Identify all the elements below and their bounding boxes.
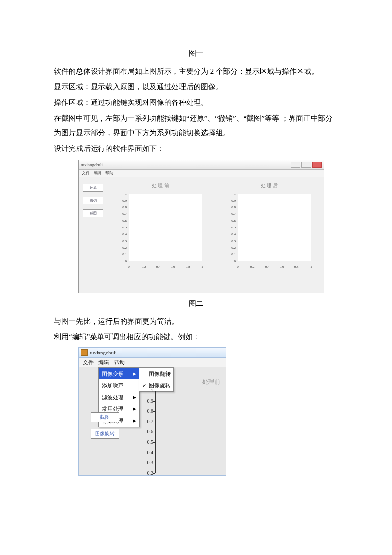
paragraph-2: 显示区域：显示载入原图，以及通过处理后的图像。 — [54, 79, 338, 94]
y-tick-label: 0.9 — [141, 396, 153, 406]
app-icon — [81, 349, 88, 356]
paragraph-7: 利用“编辑”菜单可调出相应的功能键。例如： — [54, 329, 338, 344]
paragraph-6: 与图一先比，运行后的界面更为简洁。 — [54, 314, 338, 328]
menubar: 文件 编辑 帮助 — [79, 358, 226, 367]
y-tick-label: 0.8 — [116, 204, 127, 211]
window-titlebar: tuxiangchuli — [79, 348, 226, 358]
x-tick-label: 0.4 — [265, 263, 270, 270]
menu-help[interactable]: 帮助 — [114, 357, 125, 368]
y-tick-label: 1 — [141, 386, 153, 396]
plot-axis: 10.90.80.70.60.50.40.30.2 — [141, 391, 223, 473]
y-tick-label: 0.4 — [225, 231, 236, 238]
y-tick-label: 0.7 — [116, 210, 127, 217]
paragraph-3: 操作区域：通过功能键实现对图像的各种处理。 — [54, 95, 338, 110]
screenshot-button[interactable]: 截图 — [83, 209, 103, 217]
x-tick-label: 0.4 — [156, 263, 161, 270]
y-tick-label: 0.2 — [116, 244, 127, 251]
paragraph-1: 软件的总体设计界面布局如上图所示，主要分为 2 个部分：显示区域与操作区域。 — [54, 64, 338, 78]
submenu-item-label: 图像翻转 — [149, 368, 171, 379]
window-titlebar: tuxiangchuli — [79, 160, 324, 170]
y-tick-label: 1 — [116, 190, 127, 197]
close-icon[interactable] — [312, 162, 322, 168]
figure2-caption: 图二 — [54, 296, 338, 311]
plot-before-axes — [129, 194, 202, 261]
y-tick-label: 0.3 — [225, 238, 236, 245]
y-tick-label: 0.1 — [116, 251, 127, 258]
x-tick-label: 0.2 — [250, 263, 255, 270]
submenu-arrow-icon: ▶ — [133, 393, 136, 402]
y-tick-label: 0.5 — [116, 224, 127, 231]
plot-after: 处 理 后 10.90.80.70.60.50.40.30.20.1000.20… — [218, 181, 320, 284]
y-tick-label: 0.4 — [116, 231, 127, 238]
y-tick-label: 0.2 — [141, 468, 153, 478]
window-controls — [291, 162, 322, 168]
x-tick-label: 0 — [237, 263, 239, 270]
menubar: 文件 编辑 帮助 — [79, 170, 324, 177]
menu-file[interactable]: 文件 — [83, 357, 94, 368]
plot-header-before: 处理前 — [202, 376, 220, 388]
x-tick-label: 0.6 — [171, 263, 175, 270]
rotate-button[interactable]: 图像旋转 — [91, 429, 119, 439]
figure2-screenshot: tuxiangchuli 文件 编辑 帮助 还原 撤销 截图 处 理 前 — [78, 160, 338, 293]
paragraph-4: 在截图中可见，左部为一系列功能按键如“还原”、“撤销”、“截图”等等 ；界面正中… — [54, 111, 338, 140]
submenu-arrow-icon: ▶ — [133, 416, 136, 425]
y-tick-label: 0.9 — [116, 197, 127, 204]
window-title: tuxiangchuli — [90, 347, 117, 358]
x-tick-label: 1 — [310, 263, 312, 270]
minimize-icon[interactable] — [291, 162, 300, 168]
sidebar-buttons: 截图 图像旋转 — [91, 412, 119, 439]
menu-item-image-transform[interactable]: 图像变形▶ — [99, 368, 139, 379]
y-tick-label: 0.6 — [116, 217, 127, 224]
y-tick-label: 0.9 — [225, 197, 236, 204]
x-tick-label: 0.6 — [280, 263, 284, 270]
y-tick-label: 1 — [225, 190, 236, 197]
submenu-item-flip[interactable]: 图像翻转 — [139, 368, 173, 379]
y-tick-label: 0.4 — [141, 448, 153, 457]
y-tick-label: 0.3 — [116, 238, 127, 245]
window-title: tuxiangchuli — [81, 160, 103, 169]
plot-after-axes — [238, 194, 311, 261]
plot-before: 处 理 前 10.90.80.70.60.50.40.30.20.1000.20… — [109, 181, 211, 284]
y-tick-label: 0.6 — [141, 427, 153, 437]
menu-item-label: 滤波处理 — [102, 392, 123, 403]
y-tick-label: 0 — [116, 258, 127, 265]
y-tick-label: 0.2 — [225, 244, 236, 251]
x-tick-label: 1 — [201, 263, 203, 270]
menu-item-label: 添加噪声 — [102, 380, 123, 391]
y-tick-label: 0.8 — [141, 406, 153, 416]
menu-item-add-noise[interactable]: 添加噪声 — [99, 379, 139, 391]
y-tick-label: 0.7 — [141, 417, 153, 427]
plot-before-title: 处 理 前 — [152, 181, 169, 191]
y-tick-label: 0 — [225, 258, 236, 265]
x-tick-label: 0.2 — [142, 263, 146, 270]
undo-button[interactable]: 撤销 — [83, 197, 103, 204]
menu-item-label: 图像变形 — [102, 368, 123, 379]
maximize-icon[interactable] — [301, 162, 311, 168]
paragraph-5: 设计完成后运行的软件界面如下： — [54, 141, 338, 156]
menu-edit[interactable]: 编辑 — [94, 169, 101, 177]
y-tick-label: 0.5 — [225, 224, 236, 231]
screenshot-button[interactable]: 截图 — [91, 412, 119, 422]
restore-button[interactable]: 还原 — [83, 184, 103, 192]
y-tick-label: 0.5 — [141, 437, 153, 447]
y-tick-label: 0.3 — [141, 458, 153, 468]
x-tick-label: 0 — [128, 263, 130, 270]
y-tick-label: 0.6 — [225, 217, 236, 224]
sidebar: 还原 撤销 截图 — [83, 181, 104, 284]
y-tick-label: 0.8 — [225, 204, 236, 211]
submenu-arrow-icon: ▶ — [133, 369, 136, 378]
menu-help[interactable]: 帮助 — [105, 169, 113, 177]
y-axis-line — [155, 391, 156, 473]
y-tick-label: 0.7 — [225, 210, 236, 217]
submenu-arrow-icon: ▶ — [133, 404, 136, 413]
x-tick-label: 0.8 — [186, 263, 190, 270]
x-tick-label: 0.8 — [294, 263, 299, 270]
y-tick-label: 0.1 — [225, 251, 236, 258]
figure1-caption: 图一 — [54, 46, 338, 61]
figure3-screenshot: tuxiangchuli 文件 编辑 帮助 处理前 图像变形▶ 添加噪声 滤波处… — [78, 347, 338, 476]
plot-after-title: 处 理 后 — [261, 181, 278, 191]
menu-item-filter[interactable]: 滤波处理▶ — [99, 391, 139, 403]
menu-file[interactable]: 文件 — [82, 169, 90, 177]
menu-edit[interactable]: 编辑 — [98, 357, 109, 368]
